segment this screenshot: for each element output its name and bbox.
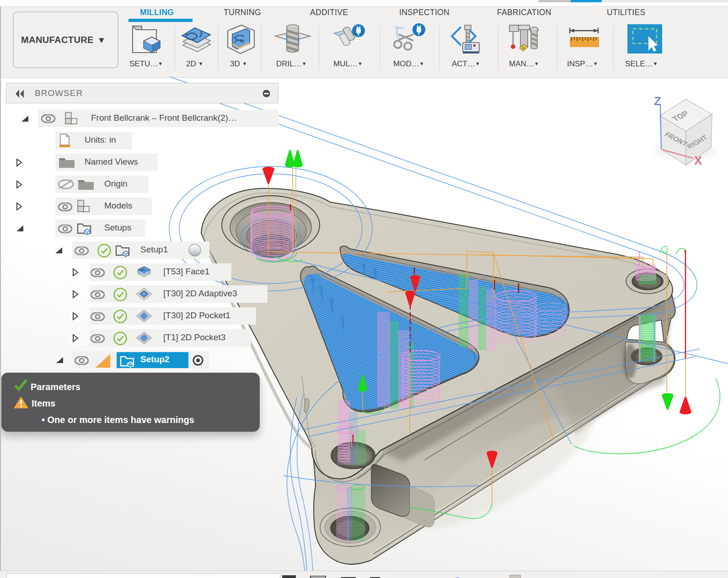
svg-text:Z: Z <box>654 94 661 108</box>
svg-text:X: X <box>694 154 702 167</box>
